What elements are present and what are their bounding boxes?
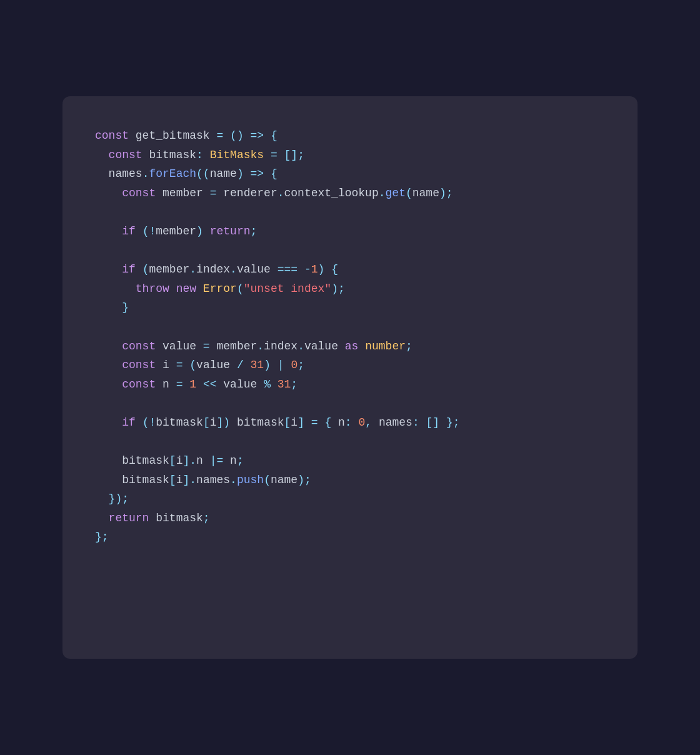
code-container: const get_bitmask = () => { const bitmas… bbox=[62, 96, 638, 659]
code-block: const get_bitmask = () => { const bitmas… bbox=[95, 126, 605, 547]
